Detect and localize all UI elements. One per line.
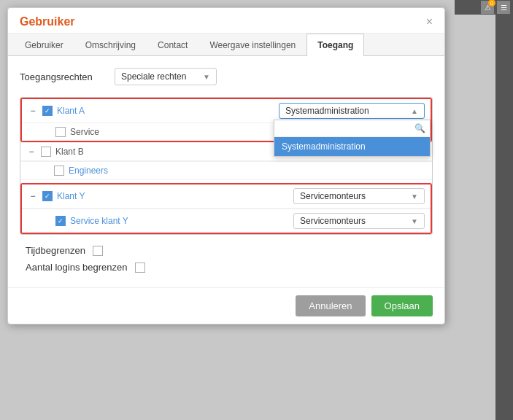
chevron-down-icon: ▼	[203, 73, 210, 81]
dropdown-search-input[interactable]	[279, 123, 412, 133]
aantallogins-row: Aantal logins begrenzen	[20, 259, 433, 276]
chevron-up-icon: ▲	[411, 107, 418, 115]
label-klant-y[interactable]: Klant Y	[57, 191, 289, 201]
sidebar-right	[495, 15, 513, 420]
toegangsrechten-value: Speciale rechten	[121, 71, 186, 82]
role-select-klant-y[interactable]: Servicemonteurs ▼	[293, 188, 425, 204]
close-button[interactable]: ×	[426, 16, 433, 28]
tree-row-engineers: Engineers	[20, 161, 432, 180]
aantallogins-label: Aantal logins begrenzen	[26, 262, 128, 273]
checkbox-service-klant-y[interactable]	[55, 216, 66, 226]
collapse-klant-y[interactable]: −	[28, 191, 38, 201]
label-service-klant-y[interactable]: Service klant Y	[70, 216, 289, 226]
tree-row-klant-y: − Klant Y Servicemonteurs ▼	[22, 184, 431, 209]
dropdown-item-sysadmin[interactable]: Systemadministration	[274, 137, 430, 156]
dropdown-search-row: 🔍	[274, 120, 430, 137]
toegangsrechten-select[interactable]: Speciale rechten ▼	[115, 68, 217, 85]
tree-row-service-klant-y: Service klant Y Servicemonteurs ▼	[22, 209, 431, 233]
collapse-klant-b[interactable]: −	[26, 147, 36, 157]
tijdbegrenzen-checkbox[interactable]	[93, 246, 103, 256]
warning-icon: ⚠ 0	[481, 1, 494, 14]
warning-badge: 0	[488, 0, 495, 7]
tab-toegang[interactable]: Toegang	[306, 34, 364, 56]
checkbox-engineers[interactable]	[54, 166, 64, 176]
role-select-service-klant-y[interactable]: Servicemonteurs ▼	[293, 213, 425, 229]
tab-omschrijving[interactable]: Omschrijving	[74, 34, 147, 56]
dialog-header: Gebruiker ×	[8, 8, 444, 34]
dialog: Gebruiker × Gebruiker Omschrijving Conta…	[7, 7, 445, 324]
aantallogins-checkbox[interactable]	[135, 262, 145, 273]
label-engineers[interactable]: Engineers	[69, 166, 426, 176]
checkbox-klant-a[interactable]	[42, 106, 53, 116]
toegangsrechten-row: Toegangsrechten Speciale rechten ▼	[20, 68, 433, 85]
chevron-down-icon: ▼	[411, 192, 418, 201]
role-value-klant-a: Systemadministration	[285, 106, 369, 116]
dialog-body: Toegangsrechten Speciale rechten ▼ − Kla…	[8, 56, 444, 287]
dialog-title: Gebruiker	[20, 15, 75, 28]
cancel-button[interactable]: Annuleren	[296, 295, 365, 316]
role-value-klant-y: Servicemonteurs	[300, 191, 366, 201]
collapse-klant-a[interactable]: −	[28, 106, 38, 116]
save-button[interactable]: Opslaan	[371, 295, 433, 316]
tab-gebruiker[interactable]: Gebruiker	[14, 34, 74, 56]
label-klant-a[interactable]: Klant A	[57, 106, 274, 116]
role-value-service-klant-y: Servicemonteurs	[300, 216, 366, 226]
role-select-klant-a[interactable]: Systemadministration ▲	[279, 103, 425, 119]
tijdbegrenzen-row: Tijdbegrenzen	[20, 242, 433, 259]
search-icon: 🔍	[414, 123, 425, 133]
dialog-footer: Annuleren Opslaan	[8, 287, 444, 324]
bottom-options: Tijdbegrenzen Aantal logins begrenzen	[20, 242, 433, 276]
tab-weergave[interactable]: Weergave instellingen	[198, 34, 306, 56]
tijdbegrenzen-label: Tijdbegrenzen	[26, 245, 85, 256]
top-bar: ⚠ 0 ☰	[455, 0, 513, 15]
tab-contact[interactable]: Contact	[147, 34, 198, 56]
checkbox-service[interactable]	[55, 127, 66, 137]
chevron-down-icon: ▼	[411, 217, 418, 225]
dropdown-overlay: 🔍 Systemadministration	[274, 120, 431, 157]
tree-area: − Klant A Systemadministration ▲ 🔍 Syste…	[20, 97, 433, 235]
menu-icon: ☰	[497, 1, 510, 14]
tab-bar: Gebruiker Omschrijving Contact Weergave …	[8, 34, 444, 56]
toegangsrechten-label: Toegangsrechten	[20, 71, 107, 82]
checkbox-klant-y[interactable]	[42, 191, 53, 201]
checkbox-klant-b[interactable]	[41, 147, 51, 157]
